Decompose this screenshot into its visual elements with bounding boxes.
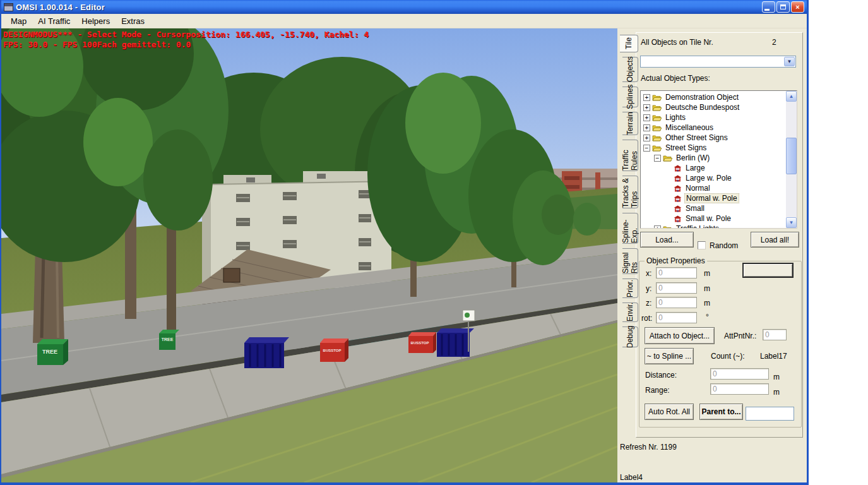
tab-tile[interactable]: Tile — [620, 35, 638, 52]
x-input[interactable] — [656, 267, 697, 278]
scroll-down-icon[interactable]: ▼ — [786, 217, 797, 228]
blue-container-left[interactable] — [244, 337, 289, 368]
parent-to-input[interactable] — [746, 407, 794, 421]
busstop-cube-right[interactable]: BUSSTOP — [408, 332, 436, 353]
tree-item-berlin-w-[interactable]: −Berlin (W) — [641, 153, 786, 163]
busstop-object-icon — [674, 185, 682, 192]
scroll-up-icon[interactable]: ▲ — [786, 91, 797, 102]
tree-item-label: Demonstration Object — [664, 93, 740, 102]
folder-icon — [652, 104, 662, 111]
tree-item-label: Small — [684, 204, 706, 213]
editor-side-panel: TileObjectsSplinesTerrainTraffic RulesTr… — [617, 28, 807, 482]
tab-signal-rts[interactable]: Signal Rts — [622, 248, 638, 274]
tree-item-other-street-signs[interactable]: +Other Street Signs — [641, 133, 786, 143]
tree-scrollbar[interactable]: ▲ ▼ — [786, 91, 797, 228]
tab-strip: TileObjectsSplinesTerrainTraffic RulesTr… — [620, 35, 639, 352]
expand-icon[interactable]: + — [643, 114, 650, 121]
close-button[interactable]: × — [791, 1, 804, 13]
expand-icon[interactable]: + — [643, 94, 650, 101]
folder-icon — [652, 144, 662, 152]
scrollbar-thumb[interactable] — [786, 138, 797, 174]
tree-item-lights[interactable]: +Lights — [641, 112, 786, 123]
tree-item-normal-w-pole[interactable]: Normal w. Pole — [641, 193, 786, 203]
auto-rot-all-button[interactable]: Auto Rot. All — [645, 404, 694, 420]
combobox-dropdown-icon[interactable]: ▼ — [784, 57, 795, 66]
tree-item-normal[interactable]: Normal — [641, 183, 786, 193]
window-title: OMSI 1.00.014 - Editor — [16, 3, 105, 12]
tree-item-label: Normal — [684, 184, 711, 193]
load-all-button[interactable]: Load all! — [751, 232, 799, 248]
distance-input[interactable] — [710, 368, 769, 380]
parent-to-button[interactable]: Parent to... — [699, 404, 743, 420]
expand-icon[interactable]: + — [643, 124, 650, 131]
object-types-label: Actual Object Types: — [641, 74, 710, 83]
attach-to-object-button[interactable]: Attach to Object... — [645, 327, 715, 344]
range-input[interactable] — [710, 383, 769, 395]
z-label: z: — [646, 299, 651, 308]
tree-box-left[interactable]: TREE — [37, 339, 68, 365]
random-checkbox[interactable] — [698, 241, 706, 249]
tree-item-small-w-pole[interactable]: Small w. Pole — [641, 213, 786, 224]
count-value: Label17 — [760, 352, 787, 361]
tree-item-small[interactable]: Small — [641, 203, 786, 213]
distance-unit: m — [773, 373, 780, 381]
load-button[interactable]: Load... — [640, 232, 694, 248]
menu-item-ai-traffic[interactable]: AI Traffic — [32, 15, 76, 27]
menu-item-map[interactable]: Map — [5, 15, 32, 27]
z-input[interactable] — [656, 297, 697, 308]
debug-overlay: DESIGNMODUS*** - Select Mode - Cursorpos… — [3, 30, 369, 50]
minimize-button[interactable] — [762, 1, 775, 13]
folder-icon — [663, 225, 672, 229]
folder-icon — [663, 154, 672, 162]
tree-item-large[interactable]: Large — [641, 163, 786, 173]
range-label: Range: — [645, 386, 670, 395]
collapse-icon[interactable]: − — [643, 145, 650, 152]
app-icon — [4, 3, 13, 11]
menu-item-helpers[interactable]: Helpers — [76, 15, 116, 27]
tree-rows: +Demonstration Object+Deutsche Bundespos… — [641, 92, 786, 229]
object-selector-combobox[interactable]: ▼ — [640, 56, 796, 68]
svg-text:TREE: TREE — [42, 349, 57, 355]
busstop-object-icon — [674, 195, 682, 202]
tree-item-miscellaneous[interactable]: +Miscellaneous — [641, 123, 786, 133]
tree-item-traffic-lights[interactable]: +Traffic Lights — [641, 224, 786, 229]
tab-prior-[interactable]: Prior. — [622, 278, 638, 298]
y-input[interactable] — [656, 282, 697, 294]
rot-input[interactable] — [656, 312, 697, 323]
tab-spline-exp-[interactable]: Spline-Exp. — [622, 213, 638, 244]
tab-debug[interactable]: Debug — [622, 326, 638, 347]
tree-item-large-w-pole[interactable]: Large w. Pole — [641, 173, 786, 183]
folder-icon — [652, 114, 662, 121]
expand-icon[interactable]: + — [654, 225, 661, 229]
menu-item-extras[interactable]: Extras — [116, 15, 150, 27]
tab-envir-[interactable]: Envir. — [622, 302, 638, 322]
tab-terrain[interactable]: Terrain — [622, 112, 638, 135]
tab-splines[interactable]: Splines — [622, 87, 638, 107]
busstop-cube-left[interactable]: BUSSTOP — [320, 338, 348, 362]
all-objects-label: All Objects on Tile Nr. — [641, 38, 713, 47]
restore-button[interactable] — [776, 1, 790, 13]
expand-icon[interactable]: + — [643, 104, 650, 111]
collapse-icon[interactable]: − — [654, 155, 661, 162]
tree-item-street-signs[interactable]: −Street Signs — [641, 143, 786, 153]
attpntnr-label: AttPntNr.: — [724, 332, 756, 340]
viewport-3d[interactable]: BUSSTOP BUSSTOP — [1, 28, 617, 482]
footer-label4: Label4 — [620, 473, 643, 482]
title-bar[interactable]: OMSI 1.00.014 - Editor × — [1, 0, 807, 14]
to-spline-button[interactable]: ~ to Spline ... — [645, 348, 694, 364]
debug-line1: DESIGNMODUS*** - Select Mode - Cursorpos… — [3, 30, 369, 39]
tab-tracks-trips[interactable]: Tracks & Trips — [622, 176, 638, 208]
tree-item-deutsche-bundespost[interactable]: +Deutsche Bundespost — [641, 102, 786, 112]
scene-canvas: BUSSTOP BUSSTOP — [1, 28, 617, 482]
tree-item-label: Traffic Lights — [675, 224, 720, 229]
blank-button[interactable] — [742, 263, 794, 278]
object-types-tree[interactable]: +Demonstration Object+Deutsche Bundespos… — [640, 90, 797, 229]
attpntnr-input[interactable] — [763, 329, 787, 340]
count-label: Count (~): — [711, 352, 745, 361]
tree-item-demonstration-object[interactable]: +Demonstration Object — [641, 92, 786, 102]
menu-bar: MapAI TrafficHelpersExtras — [1, 14, 807, 28]
tab-traffic-rules[interactable]: Traffic Rules — [622, 140, 638, 171]
screen: OMSI 1.00.014 - Editor × MapAI TrafficHe… — [0, 0, 868, 485]
tab-objects[interactable]: Objects — [622, 57, 638, 82]
expand-icon[interactable]: + — [643, 135, 650, 141]
